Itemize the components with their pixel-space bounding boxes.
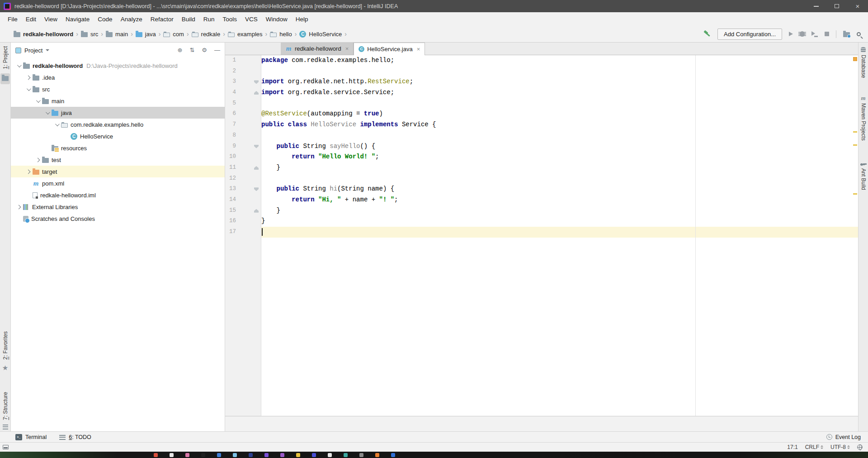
- taskbar-app-icon[interactable]: [185, 453, 189, 457]
- toolwindow-button-maven-projects[interactable]: mMaven Projects: [860, 95, 867, 141]
- taskbar-app-icon[interactable]: [154, 453, 158, 457]
- taskbar-app-icon[interactable]: [217, 453, 221, 457]
- code-line-13[interactable]: 13 public String hi(String name) {: [225, 184, 858, 195]
- tree-item-java[interactable]: java: [11, 107, 225, 119]
- coverage-icon[interactable]: [811, 31, 818, 37]
- taskbar-app-icon[interactable]: [201, 453, 205, 457]
- add-configuration-button[interactable]: Add Configuration...: [717, 29, 782, 40]
- code-line-2[interactable]: 2: [225, 66, 858, 77]
- code-text[interactable]: package com.redkale.examples.hello;: [261, 55, 858, 66]
- tree-item-test[interactable]: test: [11, 154, 225, 166]
- menu-refactor[interactable]: Refactor: [146, 14, 178, 24]
- code-line-6[interactable]: 6@RestService(automapping = true): [225, 109, 858, 119]
- windows-taskbar[interactable]: [0, 452, 868, 458]
- expander[interactable]: [33, 100, 42, 103]
- expander[interactable]: [43, 111, 52, 114]
- code-text[interactable]: [261, 173, 858, 184]
- close-button[interactable]: ×: [847, 0, 868, 12]
- tree-item-pom.xml[interactable]: mpom.xml: [11, 177, 225, 189]
- code-text[interactable]: }: [261, 162, 858, 173]
- warning-stripe-tick[interactable]: [853, 193, 857, 195]
- editor-tab-redkale-helloword[interactable]: mredkale-helloword×: [281, 43, 354, 55]
- project-panel-title[interactable]: Project: [24, 47, 42, 54]
- globe-icon[interactable]: [857, 444, 863, 450]
- star-icon[interactable]: ★: [2, 364, 8, 371]
- breadcrumb-examples[interactable]: examples: [226, 30, 264, 38]
- menu-window[interactable]: Window: [262, 14, 292, 24]
- code-text[interactable]: [261, 66, 858, 77]
- toolwindow-button-structure[interactable]: 7: Structure: [2, 392, 9, 422]
- toolwindow-project-button[interactable]: 1: Project: [2, 46, 9, 71]
- taskbar-app-icon[interactable]: [264, 453, 269, 457]
- breadcrumb-src[interactable]: src: [79, 30, 100, 38]
- menu-code[interactable]: Code: [94, 14, 116, 24]
- tree-item-redkale-helloword.iml[interactable]: redkale-helloword.iml: [11, 189, 225, 201]
- tree-item-resources[interactable]: resources: [11, 142, 225, 154]
- taskbar-app-icon[interactable]: [170, 453, 174, 457]
- code-line-3[interactable]: 3import org.redkale.net.http.RestService…: [225, 76, 858, 87]
- code-line-12[interactable]: 12: [225, 173, 858, 184]
- code-text[interactable]: return "Hello World! ";: [261, 152, 858, 162]
- code-text[interactable]: import org.redkale.net.http.RestService;: [261, 76, 858, 87]
- tree-item-main[interactable]: main: [11, 95, 225, 107]
- code-text[interactable]: @RestService(automapping = true): [261, 109, 858, 119]
- open-project-icon[interactable]: [843, 32, 850, 37]
- code-line-1[interactable]: 1package com.redkale.examples.hello;: [225, 55, 858, 66]
- code-line-15[interactable]: 15 }: [225, 205, 858, 216]
- close-tab-icon[interactable]: ×: [345, 45, 349, 52]
- line-ending-selector[interactable]: CRLF: [805, 444, 823, 450]
- taskbar-app-icon[interactable]: [344, 453, 348, 457]
- code-line-5[interactable]: 5: [225, 98, 858, 109]
- fold-end-icon[interactable]: [254, 209, 259, 213]
- code-line-8[interactable]: 8: [225, 130, 858, 141]
- structure-icon[interactable]: [3, 425, 8, 429]
- toolwindow-button-ant-build[interactable]: Ant Build: [860, 162, 867, 190]
- taskbar-app-icon[interactable]: [328, 453, 332, 457]
- build-hammer-icon[interactable]: [703, 30, 711, 38]
- breadcrumb-redkale-helloword[interactable]: redkale-helloword: [12, 30, 75, 38]
- expander[interactable]: [52, 123, 61, 126]
- hide-panel-icon[interactable]: —: [214, 47, 220, 53]
- code-text[interactable]: [261, 130, 858, 141]
- toolwindow-button-eventlog[interactable]: Event Log: [826, 434, 861, 440]
- expander[interactable]: [24, 88, 33, 91]
- breadcrumb-redkale[interactable]: redkale: [190, 30, 222, 38]
- toolwindow-button-todo[interactable]: 6: TODO: [59, 434, 91, 440]
- code-line-11[interactable]: 11 }: [225, 162, 858, 173]
- warning-stripe-tick[interactable]: [853, 144, 857, 146]
- menu-edit[interactable]: Edit: [22, 14, 40, 24]
- editor-tab-HelloService.java[interactable]: CHelloService.java×: [354, 43, 425, 55]
- collapse-all-icon[interactable]: ⇅: [189, 47, 194, 53]
- menu-run[interactable]: Run: [199, 14, 219, 24]
- breadcrumb-HelloService[interactable]: CHelloService: [297, 30, 344, 38]
- tree-item-Scratches and Consoles[interactable]: Scratches and Consoles: [11, 213, 225, 224]
- breadcrumb-com[interactable]: com: [161, 30, 186, 38]
- code-text[interactable]: [261, 227, 858, 238]
- menu-analyze[interactable]: Analyze: [117, 14, 146, 24]
- code-text[interactable]: public class HelloService implements Ser…: [261, 119, 858, 130]
- taskbar-app-icon[interactable]: [375, 453, 379, 457]
- code-text[interactable]: import org.redkale.service.Service;: [261, 87, 858, 98]
- expander[interactable]: [33, 158, 42, 162]
- stop-icon[interactable]: [825, 32, 829, 36]
- expander[interactable]: [14, 205, 23, 209]
- tree-item-redkale-helloword[interactable]: redkale-hellowordD:\Java-Projects\redkal…: [11, 60, 225, 72]
- menu-file[interactable]: File: [4, 14, 22, 24]
- menu-tools[interactable]: Tools: [219, 14, 241, 24]
- toolwindow-button-terminal[interactable]: Terminal: [15, 434, 47, 440]
- code-line-10[interactable]: 10 return "Hello World! ";: [225, 152, 858, 162]
- caret-position[interactable]: 17:1: [787, 444, 797, 450]
- menu-navigate[interactable]: Navigate: [61, 14, 94, 24]
- maximize-button[interactable]: [826, 0, 847, 12]
- expander[interactable]: [24, 170, 33, 173]
- code-text[interactable]: public String sayHello() {: [261, 141, 858, 152]
- taskbar-app-icon[interactable]: [359, 453, 363, 457]
- code-text[interactable]: return "Hi, " + name + "! ";: [261, 195, 858, 205]
- toolwindow-toggle-icon[interactable]: [3, 445, 9, 449]
- menu-help[interactable]: Help: [292, 14, 312, 24]
- error-stripe[interactable]: [852, 55, 858, 416]
- encoding-selector[interactable]: UTF-8: [830, 444, 850, 450]
- code-line-16[interactable]: 16}: [225, 216, 858, 227]
- inspection-status-icon[interactable]: [853, 57, 857, 61]
- debug-icon[interactable]: [800, 31, 805, 37]
